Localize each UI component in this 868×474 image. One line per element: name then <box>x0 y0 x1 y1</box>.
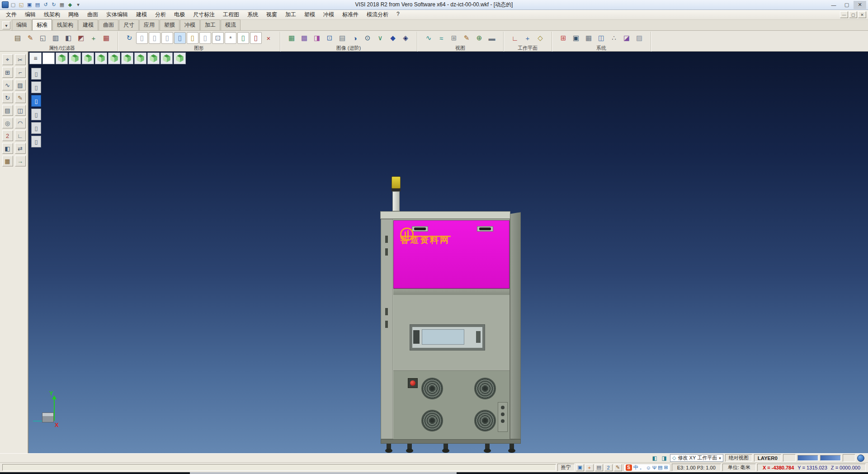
delete-graphics-icon[interactable]: × <box>263 32 274 44</box>
ribbon-tab[interactable]: 建模 <box>78 19 98 30</box>
ime-emoji-icon[interactable]: ☺ <box>646 465 651 470</box>
viewbar-menu-icon[interactable]: ≡ <box>29 52 42 64</box>
quick-access-arrow-icon[interactable]: ▾ <box>75 1 82 9</box>
document-slot-2[interactable]: ▯ <box>31 81 41 93</box>
mdi-minimize-button[interactable]: — <box>840 11 848 18</box>
restore-button[interactable]: ▢ <box>840 1 853 9</box>
export-icon[interactable]: → <box>15 156 26 166</box>
gem-dark-icon[interactable]: ◈ <box>400 32 411 44</box>
shading-icon[interactable]: ◨ <box>311 32 323 44</box>
view-top-icon[interactable] <box>56 52 68 64</box>
view-iso-2-icon[interactable] <box>147 52 160 64</box>
system-colors-icon[interactable]: ⊞ <box>557 32 569 44</box>
bands-icon[interactable]: ▤ <box>336 32 348 44</box>
view-iso-3-icon[interactable] <box>160 52 173 64</box>
document-slot-4[interactable]: ▯ <box>31 109 41 120</box>
texture-icon[interactable]: ▩ <box>298 32 310 44</box>
flag-filter-icon[interactable]: ◩ <box>75 32 87 44</box>
dynamic-view-icon[interactable]: ∿ <box>423 32 434 44</box>
menu-item[interactable]: ? <box>392 10 404 19</box>
document-slot-1[interactable]: ▯ <box>31 68 41 80</box>
attribute-brush-icon[interactable]: ✎ <box>24 32 36 44</box>
view-bottom-icon[interactable] <box>121 52 133 64</box>
mask-icon[interactable]: ◧ <box>62 32 74 44</box>
color-filter-icon[interactable]: ▦ <box>100 32 112 44</box>
pen-toggle-icon[interactable]: ✎ <box>614 464 622 471</box>
branch-icon[interactable]: ∨ <box>374 32 386 44</box>
display-toggle-icon[interactable]: ▣ <box>576 464 584 471</box>
menu-item[interactable]: 标准件 <box>338 10 363 19</box>
undo-icon[interactable]: ↺ <box>42 1 49 9</box>
ime-language-toggle[interactable]: 中 <box>633 464 638 471</box>
trim-icon[interactable]: ✂ <box>15 54 26 65</box>
document-slot-3[interactable]: ▯ <box>31 95 41 107</box>
ribbon-tab[interactable]: 应用 <box>139 19 159 30</box>
add-filter-icon[interactable]: + <box>88 32 99 44</box>
arc-icon[interactable]: ◠ <box>15 118 26 128</box>
menu-item[interactable]: 实体编辑 <box>102 10 132 19</box>
ribbon-tab[interactable]: 模流 <box>221 19 241 30</box>
graphics-settings-icon[interactable]: * <box>225 32 236 44</box>
app-icon[interactable] <box>2 1 9 8</box>
microphone-icon[interactable]: Ψ <box>652 465 656 470</box>
ribbon-tab[interactable]: 曲面 <box>99 19 118 30</box>
view-iso-4-icon[interactable] <box>174 52 186 64</box>
advanced-raster-icon[interactable]: ▦ <box>286 32 297 44</box>
mdi-close-button[interactable]: ✕ <box>858 11 866 18</box>
menu-item[interactable]: 分析 <box>151 10 170 19</box>
select-icon[interactable]: ⌖ <box>2 54 13 65</box>
menu-item[interactable]: 线架构 <box>40 10 64 19</box>
ribbon-tab[interactable]: 编辑 <box>12 19 32 30</box>
new-file-icon[interactable]: ▢ <box>9 1 17 9</box>
refresh-graphics-icon[interactable]: ↻ <box>123 32 135 44</box>
view-right-icon[interactable] <box>108 52 120 64</box>
graphics-page-active-icon[interactable]: ▯ <box>174 32 186 44</box>
workplane-align-icon[interactable]: ◇ <box>534 32 546 44</box>
menu-item[interactable]: 建模 <box>132 10 151 19</box>
workplane-create-icon[interactable]: + <box>522 32 533 44</box>
compare-icon[interactable]: ⊡ <box>324 32 335 44</box>
view-mode-cell[interactable]: 绝对视图 <box>725 454 752 462</box>
half-shade-icon[interactable]: ◑ <box>349 32 361 44</box>
print-icon[interactable]: ▦ <box>58 1 66 9</box>
graphics-page-green-icon[interactable]: ▯ <box>237 32 249 44</box>
points-icon[interactable]: ∴ <box>608 32 620 44</box>
mdi-restore-button[interactable]: ▢ <box>849 11 857 18</box>
save-icon[interactable]: ▣ <box>26 1 33 9</box>
sheet-toggle-icon[interactable]: ▤ <box>595 464 603 471</box>
layers-icon[interactable]: ▦ <box>2 156 13 166</box>
save-all-icon[interactable]: ▤ <box>34 1 41 9</box>
graphics-page-2-icon[interactable]: ▯ <box>149 32 160 44</box>
menu-item[interactable]: 编辑 <box>21 10 40 19</box>
target-view-icon[interactable]: ⊙ <box>362 32 373 44</box>
workplane-edit-icon[interactable]: ◨ <box>660 455 668 462</box>
menu-item[interactable]: 工程图 <box>219 10 243 19</box>
menu-item[interactable]: 加工 <box>281 10 300 19</box>
ime-punctuation-toggle[interactable]: 。 <box>640 464 645 471</box>
filter-box-icon[interactable]: ◱ <box>37 32 49 44</box>
properties-icon[interactable]: ▤ <box>12 32 24 44</box>
measure-view-icon[interactable]: ⊞ <box>448 32 460 44</box>
keyboard-icon[interactable]: ▤ <box>658 465 662 470</box>
mirror-icon[interactable]: ⇄ <box>15 143 26 154</box>
view-back-icon[interactable] <box>82 52 94 64</box>
ime-logo-icon[interactable]: S <box>626 465 632 471</box>
grid-icon[interactable]: ⊞ <box>2 67 13 78</box>
ramp-icon[interactable]: ▨ <box>633 32 645 44</box>
view-left-icon[interactable] <box>95 52 107 64</box>
menu-item[interactable]: 尺寸标注 <box>189 10 219 19</box>
dual-view-icon[interactable]: ◫ <box>595 32 607 44</box>
graphics-page-1-icon[interactable]: ▯ <box>136 32 148 44</box>
graphics-page-red-icon[interactable]: ▯ <box>250 32 262 44</box>
sheet-icon[interactable]: ▤ <box>2 105 13 116</box>
ribbon-tab[interactable]: 尺寸 <box>119 19 139 30</box>
open-file-icon[interactable]: ◱ <box>18 1 25 9</box>
workplane-cube-icon[interactable]: ◧ <box>651 455 659 462</box>
ribbon-tab[interactable]: 加工 <box>200 19 220 30</box>
info-toggle-icon[interactable]: 2 <box>604 464 613 471</box>
annotate-view-icon[interactable]: ✎ <box>461 32 472 44</box>
minimize-button[interactable]: — <box>827 1 840 9</box>
viewport-canvas[interactable]: ≡ <box>28 52 868 453</box>
corner-icon[interactable]: ⌐ <box>15 67 26 78</box>
pan-view-icon[interactable]: ≈ <box>435 32 447 44</box>
